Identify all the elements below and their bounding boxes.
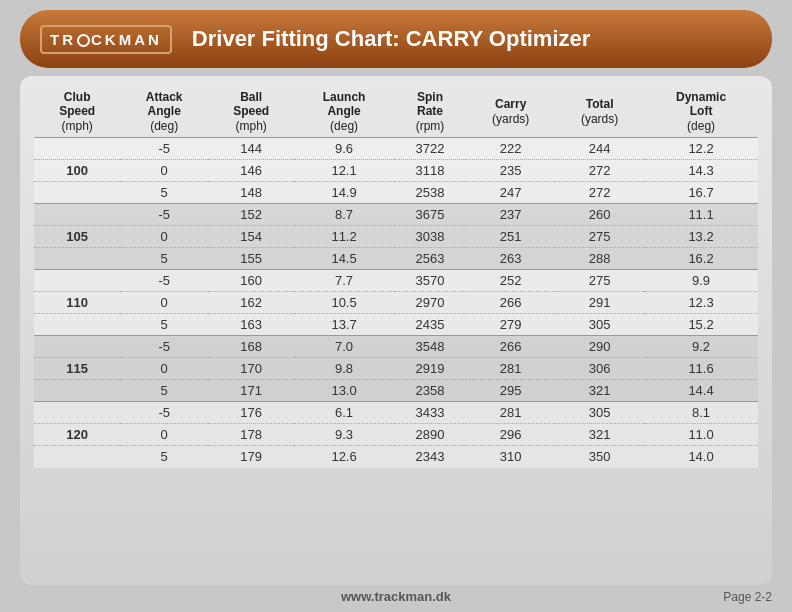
cell-carry: 266 [466,336,555,358]
cell-attack: -5 [120,336,208,358]
cell-launch: 7.0 [294,336,393,358]
cell-carry: 281 [466,358,555,380]
cell-ball: 168 [208,336,294,358]
cell-loft: 14.0 [644,446,758,468]
col-launch-angle: LaunchAngle(deg) [294,88,393,138]
cell-ball: 178 [208,424,294,446]
cell-spin: 3722 [394,138,466,160]
col-attack-angle: AttackAngle(deg) [120,88,208,138]
cell-launch: 6.1 [294,402,393,424]
cell-club-speed [34,204,120,226]
col-total: Total(yards) [555,88,644,138]
cell-launch: 12.1 [294,160,393,182]
cell-carry: 281 [466,402,555,424]
col-club-speed: ClubSpeed(mph) [34,88,120,138]
cell-spin: 3675 [394,204,466,226]
table-row: -51449.6372222224412.2 [34,138,758,160]
cell-loft: 16.2 [644,248,758,270]
cell-attack: 0 [120,226,208,248]
table-body: -51449.6372222224412.2100014612.13118235… [34,138,758,468]
table-row: 517113.0235829532114.4 [34,380,758,402]
cell-launch: 11.2 [294,226,393,248]
cell-spin: 2435 [394,314,466,336]
cell-total: 275 [555,270,644,292]
cell-loft: 11.6 [644,358,758,380]
cell-attack: -5 [120,402,208,424]
cell-club-speed [34,270,120,292]
cell-ball: 154 [208,226,294,248]
cell-attack: -5 [120,138,208,160]
cell-ball: 155 [208,248,294,270]
cell-ball: 146 [208,160,294,182]
cell-carry: 235 [466,160,555,182]
cell-launch: 14.9 [294,182,393,204]
table-row: -51528.7367523726011.1 [34,204,758,226]
table-header-row: ClubSpeed(mph) AttackAngle(deg) BallSpee… [34,88,758,138]
cell-carry: 251 [466,226,555,248]
cell-club-speed [34,248,120,270]
cell-carry: 252 [466,270,555,292]
table-row: 11501709.8291928130611.6 [34,358,758,380]
cell-launch: 12.6 [294,446,393,468]
cell-total: 321 [555,424,644,446]
cell-club-speed: 100 [34,160,120,182]
cell-ball: 163 [208,314,294,336]
table-row: -51687.035482662909.2 [34,336,758,358]
cell-ball: 171 [208,380,294,402]
cell-spin: 2343 [394,446,466,468]
cell-loft: 12.3 [644,292,758,314]
cell-loft: 9.2 [644,336,758,358]
cell-attack: -5 [120,204,208,226]
cell-club-speed [34,314,120,336]
cell-loft: 8.1 [644,402,758,424]
cell-spin: 2970 [394,292,466,314]
cell-ball: 170 [208,358,294,380]
cell-attack: 0 [120,292,208,314]
cell-launch: 10.5 [294,292,393,314]
cell-spin: 3038 [394,226,466,248]
cell-attack: 5 [120,446,208,468]
cell-spin: 2919 [394,358,466,380]
logo-border: TRCKMAN [40,25,172,54]
cell-club-speed: 115 [34,358,120,380]
cell-spin: 3118 [394,160,466,182]
cell-spin: 3433 [394,402,466,424]
cell-total: 272 [555,160,644,182]
col-spin-rate: SpinRate(rpm) [394,88,466,138]
cell-carry: 310 [466,446,555,468]
col-dynamic-loft: DynamicLoft(deg) [644,88,758,138]
cell-loft: 9.9 [644,270,758,292]
cell-total: 275 [555,226,644,248]
cell-club-speed: 105 [34,226,120,248]
cell-carry: 279 [466,314,555,336]
cell-attack: 5 [120,248,208,270]
cell-carry: 295 [466,380,555,402]
cell-club-speed [34,182,120,204]
cell-launch: 9.8 [294,358,393,380]
cell-launch: 13.0 [294,380,393,402]
table-row: 517912.6234331035014.0 [34,446,758,468]
cell-spin: 2538 [394,182,466,204]
cell-club-speed: 110 [34,292,120,314]
cell-total: 306 [555,358,644,380]
cell-launch: 9.6 [294,138,393,160]
page-wrapper: TRCKMAN Driver Fitting Chart: CARRY Opti… [0,0,792,612]
header-title: Driver Fitting Chart: CARRY Optimizer [192,26,590,52]
cell-club-speed [34,380,120,402]
logo-area: TRCKMAN [40,25,172,54]
cell-launch: 14.5 [294,248,393,270]
cell-total: 350 [555,446,644,468]
cell-total: 260 [555,204,644,226]
cell-loft: 14.3 [644,160,758,182]
data-table: ClubSpeed(mph) AttackAngle(deg) BallSpee… [34,88,758,468]
footer: www.trackman.dk Page 2-2 [20,585,772,604]
table-row: 515514.5256326328816.2 [34,248,758,270]
cell-ball: 144 [208,138,294,160]
cell-carry: 247 [466,182,555,204]
cell-ball: 160 [208,270,294,292]
cell-loft: 15.2 [644,314,758,336]
cell-carry: 263 [466,248,555,270]
cell-launch: 9.3 [294,424,393,446]
table-row: -51766.134332813058.1 [34,402,758,424]
cell-ball: 162 [208,292,294,314]
